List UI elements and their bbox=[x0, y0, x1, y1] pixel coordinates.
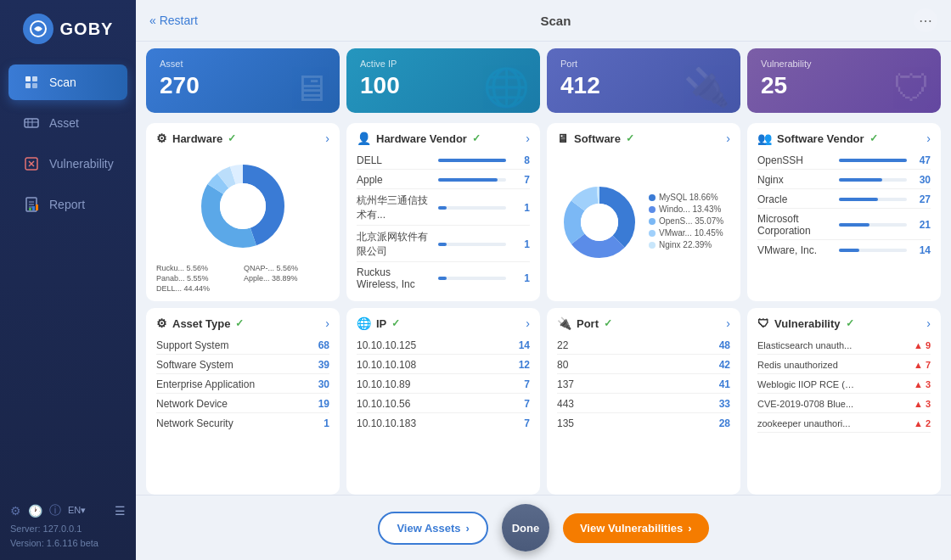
vuln-count-weblogic: 3 bbox=[926, 379, 931, 389]
item-bar-wrap-huawei bbox=[438, 206, 506, 210]
hardware-title-icon: ⚙ bbox=[156, 132, 167, 145]
asset-type-expand-button[interactable]: › bbox=[325, 316, 329, 330]
asset-stat-icon: 🖥 bbox=[292, 67, 329, 109]
software-vendor-check-icon: ✓ bbox=[869, 132, 878, 144]
item-bar-wrap-dell bbox=[438, 159, 506, 162]
vuln-item: zookeeper unauthori... ▲ 2 bbox=[757, 415, 931, 433]
software-vendor-expand-button[interactable]: › bbox=[926, 132, 931, 145]
ip-check-icon: ✓ bbox=[391, 317, 400, 329]
item-name-oracle: Oracle bbox=[757, 193, 832, 205]
software-title-text: Software bbox=[574, 132, 621, 145]
report-nav-icon bbox=[22, 195, 41, 214]
vuln-triangle-cve2019: ▲ bbox=[914, 399, 923, 409]
done-button[interactable]: Done bbox=[502, 504, 549, 552]
vuln-triangle-weblogic: ▲ bbox=[914, 379, 923, 389]
item-count-enterprise: 30 bbox=[312, 378, 329, 390]
hardware-panel-header: ⚙ Hardware ✓ › bbox=[156, 132, 329, 145]
asset-type-panel-header: ⚙ Asset Type ✓ › bbox=[156, 316, 329, 330]
item-bar-microsoft bbox=[839, 223, 869, 227]
item-count-network-device: 19 bbox=[312, 398, 329, 410]
hardware-vendor-title-icon: 👤 bbox=[357, 132, 371, 145]
vuln-item: Redis unauthorized ▲ 7 bbox=[757, 356, 931, 374]
legend-dot-vmwar bbox=[649, 230, 656, 237]
list-item: 10.10.10.56 7 bbox=[357, 395, 530, 413]
sidebar-item-report[interactable]: Report bbox=[8, 187, 127, 222]
list-item: 10.10.10.89 7 bbox=[357, 376, 530, 394]
vuln-name-weblogic: Weblogic IIOP RCE (… bbox=[757, 379, 914, 389]
view-assets-button[interactable]: View Assets › bbox=[378, 512, 488, 545]
sidebar-item-vulnerability[interactable]: Vulnerability bbox=[8, 146, 127, 182]
help-icon[interactable]: ⓘ bbox=[49, 503, 61, 518]
item-count-ruckus: 1 bbox=[513, 272, 530, 284]
hardware-vendor-expand-button[interactable]: › bbox=[526, 132, 530, 145]
software-donut-container: MySQL 18.66% Windo... 13.43% OpenS... 35… bbox=[557, 152, 730, 293]
item-bar-beijing bbox=[438, 243, 447, 246]
legend-label-opens: OpenS... 35.07% bbox=[659, 216, 723, 226]
item-bar-wrap-beijing bbox=[438, 243, 506, 246]
vuln-triangle-elastic: ▲ bbox=[914, 340, 923, 350]
hardware-vendor-panel-header: 👤 Hardware Vendor ✓ › bbox=[357, 132, 530, 145]
legend-opens: OpenS... 35.07% bbox=[649, 216, 723, 226]
software-expand-button[interactable]: › bbox=[726, 132, 730, 145]
ip-count-56: 7 bbox=[513, 398, 530, 410]
item-bar-vmware bbox=[839, 249, 859, 252]
port-expand-button[interactable]: › bbox=[726, 316, 730, 330]
hardware-donut-chart bbox=[192, 155, 294, 257]
vulnerability-stat-value: 25 bbox=[761, 72, 787, 99]
server-info: Server: 127.0.0.1 Version: 1.6.116 beta bbox=[10, 522, 126, 552]
software-vendor-list: OpenSSH 47 Nginx 30 Oracle 27 bbox=[757, 152, 931, 293]
vulnerability-bottom-title-icon: 🛡 bbox=[757, 316, 769, 330]
logo-area: GOBY bbox=[23, 14, 114, 44]
software-donut-chart bbox=[557, 180, 642, 265]
svg-rect-16 bbox=[29, 208, 31, 210]
item-name-nginx: Nginx bbox=[757, 174, 832, 186]
list-item: 135 28 bbox=[557, 415, 730, 432]
top-panels-row: ⚙ Hardware ✓ › bbox=[146, 123, 941, 301]
item-count-dell: 8 bbox=[513, 154, 530, 166]
settings-icon[interactable]: ⚙ bbox=[10, 504, 21, 518]
bottom-panels-row: ⚙ Asset Type ✓ › Support System 68 Softw… bbox=[146, 308, 941, 495]
item-bar-wrap-apple bbox=[438, 178, 506, 182]
sidebar-item-scan[interactable]: Scan bbox=[8, 64, 127, 100]
logo-text: GOBY bbox=[60, 20, 114, 39]
item-bar-wrap-ruckus bbox=[438, 277, 506, 280]
item-name-vmware: VMware, Inc. bbox=[757, 244, 832, 256]
list-item: Nginx 30 bbox=[757, 171, 931, 189]
svg-rect-1 bbox=[25, 76, 31, 81]
item-name-openssh: OpenSSH bbox=[757, 154, 832, 166]
active-ip-stat-card[interactable]: Active IP 100 🌐 bbox=[346, 48, 540, 113]
item-bar-wrap-openssh bbox=[839, 159, 907, 162]
port-count-137: 41 bbox=[713, 378, 730, 390]
legend-mysql: MySQL 18.66% bbox=[649, 193, 723, 202]
software-legend: MySQL 18.66% Windo... 13.43% OpenS... 35… bbox=[649, 193, 723, 252]
restart-button[interactable]: « Restart bbox=[149, 14, 198, 27]
vulnerability-bottom-panel: 🛡 Vulnerability ✓ › Elasticsearch unauth… bbox=[747, 308, 941, 495]
port-stat-card[interactable]: Port 412 🔌 bbox=[547, 48, 740, 113]
hardware-expand-button[interactable]: › bbox=[325, 132, 329, 145]
sidebar-item-asset[interactable]: Asset bbox=[8, 105, 127, 141]
more-options-button[interactable]: ⋯ bbox=[914, 8, 937, 32]
ip-panel-header: 🌐 IP ✓ › bbox=[357, 316, 530, 330]
port-item-137: 137 bbox=[557, 378, 713, 390]
port-count-80: 42 bbox=[713, 359, 730, 371]
hamburger-icon[interactable]: ☰ bbox=[115, 504, 126, 518]
svg-point-30 bbox=[581, 204, 618, 241]
ip-count-89: 7 bbox=[513, 378, 530, 390]
list-item: VMware, Inc. 14 bbox=[757, 242, 931, 259]
port-check-icon: ✓ bbox=[604, 317, 612, 329]
vulnerability-stat-card[interactable]: Vulnerability 25 🛡 bbox=[747, 48, 941, 113]
vulnerability-bottom-expand-button[interactable]: › bbox=[926, 316, 931, 330]
list-item: DELL 8 bbox=[357, 152, 530, 170]
port-panel: 🔌 Port ✓ › 22 48 80 42 bbox=[547, 308, 740, 495]
asset-nav-label: Asset bbox=[49, 116, 79, 130]
legend-label-windo: Windo... 13.43% bbox=[659, 204, 721, 214]
view-vulnerabilities-button[interactable]: View Vulnerabilities › bbox=[563, 513, 709, 543]
list-item: 10.10.10.183 7 bbox=[357, 415, 530, 432]
clock-icon[interactable]: 🕐 bbox=[28, 504, 42, 518]
port-title-icon: 🔌 bbox=[557, 316, 571, 330]
item-name-enterprise: Enterprise Application bbox=[156, 378, 312, 390]
svg-rect-17 bbox=[32, 206, 35, 210]
lang-selector[interactable]: EN▾ bbox=[68, 505, 86, 516]
asset-stat-card[interactable]: Asset 270 🖥 bbox=[146, 48, 340, 113]
ip-expand-button[interactable]: › bbox=[526, 316, 530, 330]
